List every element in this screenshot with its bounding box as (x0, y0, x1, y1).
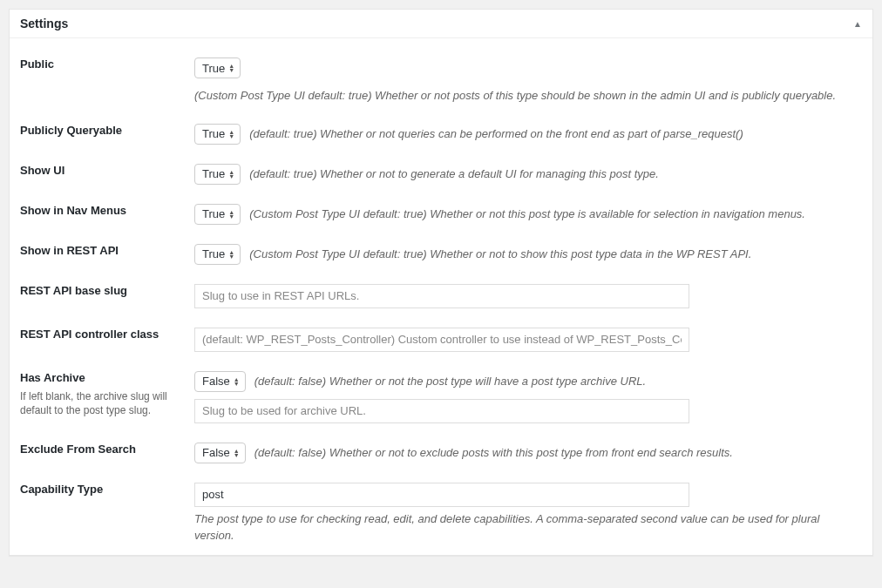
desc-show-in-nav-menus: (Custom Post Type UI default: true) Whet… (249, 206, 805, 223)
select-caret-icon: ▲▼ (228, 170, 234, 179)
field-row-capability-type: Capability Type The post type to use for… (20, 463, 862, 544)
settings-panel-body: Public True ▲▼ (Custom Post Type UI defa… (10, 38, 872, 555)
label-show-ui: Show UI (20, 164, 186, 177)
input-has-archive-slug[interactable] (194, 399, 689, 423)
select-caret-icon: ▲▼ (228, 210, 234, 219)
collapse-toggle-icon[interactable]: ▲ (853, 19, 862, 29)
label-publicly-queryable: Publicly Queryable (20, 124, 186, 137)
select-public[interactable]: True ▲▼ (194, 57, 241, 78)
field-row-exclude-from-search: Exclude From Search False ▲▼ (default: f… (20, 423, 862, 463)
input-capability-type[interactable] (194, 483, 689, 507)
label-show-in-nav-menus: Show in Nav Menus (20, 204, 186, 217)
desc-exclude-from-search: (default: false) Whether or not to exclu… (254, 444, 733, 462)
label-public: Public (20, 57, 186, 71)
field-row-public: Public True ▲▼ (Custom Post Type UI defa… (20, 38, 862, 105)
field-row-rest-controller-class: REST API controller class (20, 308, 862, 352)
label-capability-type: Capability Type (20, 483, 186, 496)
select-exclude-from-search[interactable]: False ▲▼ (194, 443, 246, 463)
select-caret-icon: ▲▼ (228, 130, 234, 139)
select-has-archive[interactable]: False ▲▼ (194, 371, 246, 392)
settings-panel-title: Settings (20, 17, 68, 30)
desc-has-archive: (default: false) Whether or not the post… (254, 373, 646, 390)
field-row-publicly-queryable: Publicly Queryable True ▲▼ (default: tru… (20, 105, 862, 145)
select-caret-icon: ▲▼ (234, 449, 240, 457)
desc-show-in-rest: (Custom Post Type UI default: true) Whet… (249, 246, 751, 263)
field-row-show-ui: Show UI True ▲▼ (default: true) Whether … (20, 145, 862, 185)
field-row-rest-base: REST API base slug (20, 265, 862, 308)
select-show-in-nav-menus[interactable]: True ▲▼ (194, 204, 241, 225)
field-row-show-in-rest: Show in REST API True ▲▼ (Custom Post Ty… (20, 225, 862, 265)
field-row-show-in-nav-menus: Show in Nav Menus True ▲▼ (Custom Post T… (20, 185, 862, 225)
desc-show-ui: (default: true) Whether or not to genera… (249, 166, 659, 183)
field-row-has-archive: Has Archive If left blank, the archive s… (20, 352, 862, 423)
settings-panel-header[interactable]: Settings ▲ (10, 10, 872, 38)
sublabel-has-archive: If left blank, the archive slug will def… (20, 389, 186, 419)
select-show-in-rest[interactable]: True ▲▼ (194, 244, 241, 265)
desc-capability-type: The post type to use for checking read, … (194, 510, 862, 544)
select-caret-icon: ▲▼ (228, 250, 234, 259)
input-rest-controller-class[interactable] (194, 328, 689, 352)
settings-panel: Settings ▲ Public True ▲▼ (Custom Post T… (9, 9, 873, 556)
desc-publicly-queryable: (default: true) Whether or not queries c… (249, 125, 743, 143)
label-exclude-from-search: Exclude From Search (20, 443, 186, 456)
label-show-in-rest: Show in REST API (20, 244, 186, 257)
label-has-archive: Has Archive (20, 371, 186, 384)
input-rest-base[interactable] (194, 284, 689, 308)
desc-public: (Custom Post Type UI default: true) Whet… (194, 87, 836, 105)
select-publicly-queryable[interactable]: True ▲▼ (194, 124, 241, 145)
select-caret-icon: ▲▼ (228, 64, 234, 72)
select-show-ui[interactable]: True ▲▼ (194, 164, 241, 185)
label-rest-base: REST API base slug (20, 284, 186, 297)
select-caret-icon: ▲▼ (234, 377, 240, 386)
label-rest-controller-class: REST API controller class (20, 328, 186, 341)
